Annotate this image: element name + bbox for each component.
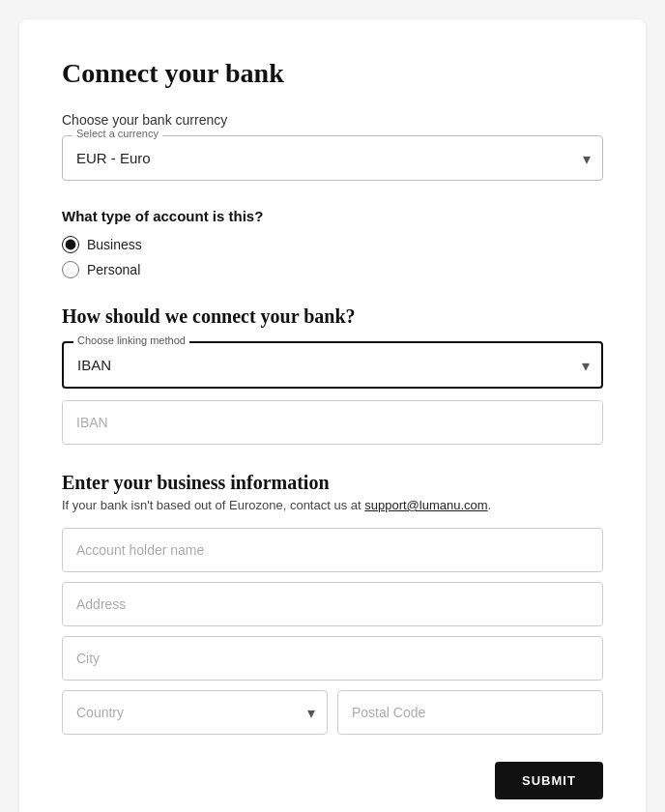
address-field [62,582,603,626]
country-postal-row: Country United States Germany France Uni… [62,690,603,735]
currency-select-wrapper: Select a currency EUR - Euro USD - US Do… [62,135,603,181]
business-subtitle-text: If your bank isn't based out of Eurozone… [62,498,364,512]
account-type-title: What type of account is this? [62,208,603,224]
linking-floating-label: Choose linking method [73,334,189,346]
business-section: Enter your business information If your … [62,472,603,735]
radio-personal-label: Personal [87,262,140,277]
main-card: Connect your bank Choose your bank curre… [19,19,646,812]
account-type-section: What type of account is this? Business P… [62,208,603,278]
support-email-link[interactable]: support@lumanu.com [364,498,487,512]
currency-label: Choose your bank currency [62,112,603,128]
radio-business-label: Business [87,237,142,252]
radio-group: Business Personal [62,236,603,278]
postal-code-field [337,690,603,735]
account-holder-input[interactable] [63,529,602,571]
radio-personal[interactable]: Personal [62,261,603,278]
currency-select[interactable]: EUR - Euro USD - US Dollar GBP - British… [63,136,602,180]
business-title: Enter your business information [62,472,603,494]
radio-personal-input[interactable] [62,261,79,278]
linking-select-wrapper: Choose linking method IBAN Sort Code Rou… [62,341,603,389]
country-field: Country United States Germany France Uni… [62,690,328,735]
account-holder-field [62,528,603,572]
iban-input[interactable] [63,401,602,444]
address-input[interactable] [63,583,602,625]
linking-select[interactable]: IBAN Sort Code Routing Number [64,343,601,387]
business-subtitle-end: . [488,498,492,512]
country-select[interactable]: Country United States Germany France Uni… [63,691,327,734]
page-title: Connect your bank [62,58,603,89]
linking-title: How should we connect your bank? [62,305,603,328]
radio-business[interactable]: Business [62,236,603,253]
currency-floating-label: Select a currency [72,128,162,139]
linking-section: How should we connect your bank? Choose … [62,305,603,445]
postal-code-input[interactable] [338,691,602,734]
business-subtitle: If your bank isn't based out of Eurozone… [62,498,603,512]
city-input[interactable] [63,637,602,680]
currency-section: Choose your bank currency Select a curre… [62,112,603,181]
radio-business-input[interactable] [62,236,79,253]
city-field [62,636,603,681]
submit-button[interactable]: SUBMIT [495,762,603,799]
iban-input-wrapper [62,400,603,445]
submit-row: SUBMIT [62,762,603,799]
